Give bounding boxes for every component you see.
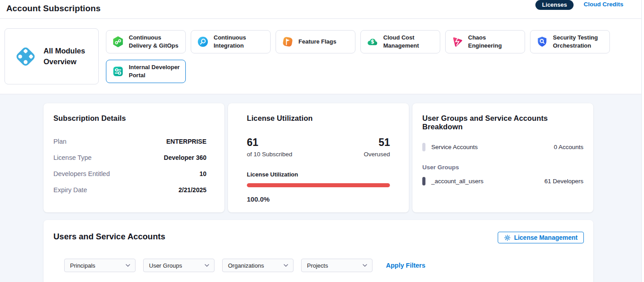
license-utilization-title: License Utilization bbox=[247, 114, 390, 123]
apply-filters-link[interactable]: Apply Filters bbox=[386, 262, 425, 269]
module-label: Internal Developer Portal bbox=[129, 63, 182, 79]
user-groups-heading: User Groups bbox=[422, 164, 583, 171]
service-accounts-marker bbox=[422, 143, 425, 151]
utilization-bar-label: License Utilization bbox=[247, 171, 390, 178]
subscription-details-title: Subscription Details bbox=[53, 114, 215, 123]
service-accounts-count: 0 Accounts bbox=[554, 144, 583, 150]
module-label: Chaos Engineering bbox=[468, 34, 521, 49]
all-modules-icon bbox=[14, 45, 37, 68]
utilization-percent: 100.0% bbox=[247, 195, 390, 203]
user-groups-dropdown[interactable]: User Groups bbox=[143, 259, 215, 272]
license-utilization-card: License Utilization 61 of 10 Subscribed … bbox=[228, 103, 409, 212]
module-card-feature-flags[interactable]: Feature Flags bbox=[276, 30, 355, 53]
principals-dropdown-value: Principals bbox=[70, 262, 95, 269]
gear-icon bbox=[504, 234, 511, 241]
detail-label: Expiry Date bbox=[53, 186, 87, 194]
detail-value: 10 bbox=[199, 170, 206, 177]
license-utilization-bar-track bbox=[247, 183, 390, 187]
sto-icon bbox=[536, 36, 548, 48]
chevron-down-icon bbox=[205, 264, 209, 267]
used-count: 61 bbox=[247, 137, 292, 148]
detail-row-license-type: License Type Developer 360 bbox=[53, 150, 215, 166]
overused-count: 51 bbox=[364, 137, 390, 148]
license-management-label: License Management bbox=[514, 234, 578, 241]
module-label: Cloud Cost Management bbox=[383, 34, 436, 49]
detail-label: License Type bbox=[53, 154, 92, 161]
module-cards: Continuous Delivery & GitOps Continuous … bbox=[106, 30, 626, 94]
breakdown-title: User Groups and Service Accounts Breakdo… bbox=[422, 114, 583, 131]
main-panel: Account Subscriptions Licenses Cloud Cre… bbox=[0, 0, 642, 282]
license-utilization-bar-fill bbox=[247, 183, 390, 187]
organizations-dropdown[interactable]: Organizations bbox=[222, 259, 294, 272]
detail-row-expiry-date: Expiry Date 2/21/2025 bbox=[53, 182, 215, 198]
used-caption: of 10 Subscribed bbox=[247, 151, 292, 158]
chaos-icon bbox=[451, 36, 463, 48]
principals-dropdown[interactable]: Principals bbox=[64, 259, 136, 272]
chevron-down-icon bbox=[363, 264, 367, 267]
organizations-dropdown-value: Organizations bbox=[228, 262, 264, 269]
overused-count-block: 51 Overused bbox=[364, 137, 390, 158]
ci-icon bbox=[197, 36, 209, 48]
user-group-count: 61 Developers bbox=[544, 178, 583, 185]
module-card-ci[interactable]: Continuous Integration bbox=[191, 30, 271, 53]
module-card-cd-gitops[interactable]: Continuous Delivery & GitOps bbox=[106, 30, 186, 53]
chevron-down-icon bbox=[284, 264, 288, 267]
svg-text:$: $ bbox=[371, 39, 374, 45]
subscription-details-card: Subscription Details Plan ENTERPRISE Lic… bbox=[44, 103, 224, 212]
projects-dropdown[interactable]: Projects bbox=[301, 259, 372, 272]
tab-cloud-credits[interactable]: Cloud Credits bbox=[583, 1, 623, 8]
ccm-icon: $ bbox=[367, 36, 378, 48]
module-card-idp[interactable]: Internal Developer Portal bbox=[106, 60, 186, 83]
license-management-button[interactable]: License Management bbox=[498, 232, 584, 243]
users-service-accounts-card: Users and Service Accounts License Manag… bbox=[44, 220, 593, 282]
detail-value: 2/21/2025 bbox=[179, 186, 206, 194]
filters-row: Principals User Groups Organizations Pro… bbox=[64, 259, 584, 272]
feature-flags-icon bbox=[282, 36, 294, 48]
detail-row-plan: Plan ENTERPRISE bbox=[53, 133, 215, 150]
module-label: Continuous Integration bbox=[214, 34, 267, 49]
detail-value: ENTERPRISE bbox=[166, 138, 206, 145]
all-modules-overview-card[interactable]: All Modules Overview bbox=[4, 28, 99, 84]
detail-value: Developer 360 bbox=[164, 154, 206, 161]
subscription-details-rows: Plan ENTERPRISE License Type Developer 3… bbox=[53, 133, 215, 198]
tab-licenses[interactable]: Licenses bbox=[535, 0, 574, 10]
user-group-label: _account_all_users bbox=[431, 178, 483, 185]
chevron-down-icon bbox=[126, 264, 130, 267]
module-label: Security Testing Orchestration bbox=[553, 34, 606, 49]
detail-label: Plan bbox=[53, 138, 66, 145]
module-label: Feature Flags bbox=[298, 38, 351, 46]
module-card-ccm[interactable]: $ Cloud Cost Management bbox=[360, 30, 440, 53]
utilization-counts: 61 of 10 Subscribed 51 Overused bbox=[247, 137, 390, 158]
idp-icon bbox=[112, 66, 124, 77]
users-section-title: Users and Service Accounts bbox=[53, 232, 165, 242]
module-label: Continuous Delivery & GitOps bbox=[129, 34, 182, 49]
breakdown-card: User Groups and Service Accounts Breakdo… bbox=[412, 103, 593, 212]
used-count-block: 61 of 10 Subscribed bbox=[247, 137, 292, 158]
overused-caption: Overused bbox=[364, 151, 390, 158]
module-card-chaos[interactable]: Chaos Engineering bbox=[445, 30, 525, 53]
cd-gitops-icon bbox=[112, 36, 124, 48]
users-section-header: Users and Service Accounts License Manag… bbox=[53, 232, 584, 243]
user-group-marker bbox=[422, 177, 425, 185]
detail-row-developers-entitled: Developers Entitled 10 bbox=[53, 166, 215, 182]
header-tabs: Licenses Cloud Credits bbox=[535, 0, 623, 18]
user-group-row: _account_all_users 61 Developers bbox=[422, 177, 583, 185]
content-area: Subscription Details Plan ENTERPRISE Lic… bbox=[0, 94, 641, 282]
all-modules-overview-label: All Modules Overview bbox=[44, 46, 87, 67]
page-title: Account Subscriptions bbox=[6, 4, 101, 18]
module-card-sto[interactable]: Security Testing Orchestration bbox=[530, 30, 610, 53]
projects-dropdown-value: Projects bbox=[307, 262, 328, 269]
page-header: Account Subscriptions Licenses Cloud Cre… bbox=[0, 0, 641, 19]
modules-bar: All Modules Overview Continuous Delivery… bbox=[0, 19, 641, 94]
service-accounts-label: Service Accounts bbox=[431, 144, 478, 150]
service-accounts-row: Service Accounts 0 Accounts bbox=[422, 143, 583, 151]
user-groups-dropdown-value: User Groups bbox=[149, 262, 182, 269]
detail-label: Developers Entitled bbox=[53, 170, 110, 177]
summary-cards-row: Subscription Details Plan ENTERPRISE Lic… bbox=[44, 103, 641, 212]
